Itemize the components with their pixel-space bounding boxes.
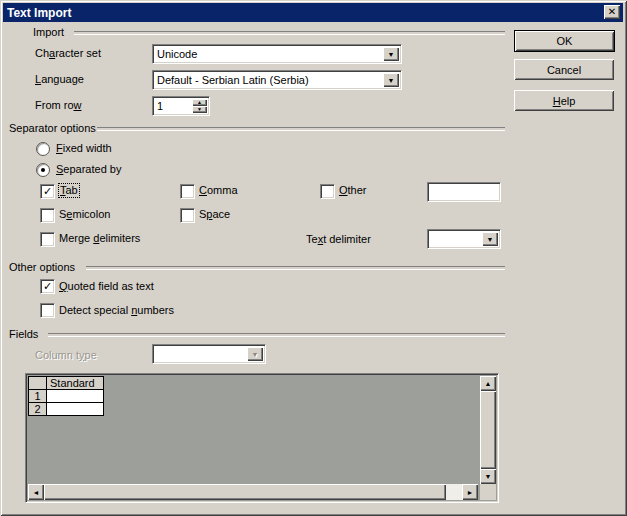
grid-cell[interactable] [46,389,104,403]
scroll-up-icon[interactable]: ▲ [480,376,496,391]
space-checkbox[interactable] [180,208,195,223]
other-label[interactable]: Other [339,184,367,197]
merge-delimiters-checkbox[interactable] [40,232,55,247]
chevron-down-icon[interactable]: ▼ [482,232,498,246]
fixed-width-label[interactable]: Fixed width [56,142,112,155]
scroll-left-icon[interactable]: ◄ [28,484,44,500]
tab-label[interactable]: Tab [59,184,79,197]
title-bar[interactable]: Text Import ✕ [3,3,623,22]
semicolon-label[interactable]: Semicolon [59,208,110,221]
other-checkbox[interactable] [320,184,335,199]
spin-up-icon[interactable]: ▲ [192,99,207,106]
from-row-value: 1 [157,100,163,112]
quoted-field-label[interactable]: Quoted field as text [59,280,154,293]
import-group-line [74,31,505,35]
column-type-label: Column type [35,349,97,362]
tab-checkbox[interactable]: ✓ [40,184,55,199]
other-options-group-label: Other options [9,261,75,274]
scroll-down-icon[interactable]: ▼ [480,469,496,484]
spin-down-icon[interactable]: ▼ [192,106,207,113]
charset-label: Character set [35,47,101,60]
charset-combobox[interactable]: Unicode ▼ [152,44,402,64]
from-row-stepper[interactable]: 1 ▲ ▼ [152,96,210,116]
column-type-combobox: ▼ [152,344,266,364]
vertical-scrollbar-thumb[interactable] [480,391,496,469]
cancel-button[interactable]: Cancel [514,59,614,80]
other-options-group-line [86,266,505,270]
window-title: Text Import [3,6,71,20]
comma-checkbox[interactable] [180,184,195,199]
semicolon-checkbox[interactable] [40,208,55,223]
help-button[interactable]: Help [514,90,614,111]
import-group-label: Import [33,26,64,39]
fields-group-line [48,333,505,337]
chevron-down-icon[interactable]: ▼ [383,73,399,87]
vertical-scrollbar[interactable]: ▲ ▼ [480,376,496,484]
quoted-field-checkbox[interactable]: ✓ [40,279,55,294]
separated-by-label[interactable]: Separated by [56,163,121,176]
other-separator-input[interactable] [427,182,501,202]
grid-row-number: 2 [28,402,47,416]
fields-group-label: Fields [9,328,38,341]
from-row-label: From row [35,99,81,112]
radio-dot-icon [41,168,45,172]
horizontal-scrollbar[interactable]: ◄ ► [28,484,478,500]
language-value: Default - Serbian Latin (Serbia) [157,74,309,86]
detect-numbers-label[interactable]: Detect special numbers [59,304,174,317]
grid-corner-cell [28,376,47,390]
preview-grid[interactable]: Standard 1 2 ▲ ▼ ◄ ► [25,373,499,503]
separated-by-radio[interactable] [36,163,50,177]
comma-label[interactable]: Comma [199,184,238,197]
language-label: Language [35,73,84,86]
merge-delimiters-label[interactable]: Merge delimiters [59,232,140,245]
separator-group-label: Separator options [9,122,96,135]
text-delimiter-combobox[interactable]: ▼ [427,229,501,249]
chevron-down-icon[interactable]: ▼ [383,47,399,61]
separator-group-line [97,127,505,131]
detect-numbers-checkbox[interactable] [40,303,55,318]
scroll-right-icon[interactable]: ► [462,484,478,500]
grid-row-number: 1 [28,389,47,403]
scrollbar-corner [480,484,496,500]
fixed-width-radio[interactable] [36,142,50,156]
text-import-dialog: Text Import ✕ Import Character set Unico… [0,0,627,516]
language-combobox[interactable]: Default - Serbian Latin (Serbia) ▼ [152,70,402,90]
ok-button[interactable]: OK [515,31,614,51]
space-label[interactable]: Space [199,208,230,221]
grid-column-header[interactable]: Standard [46,376,104,390]
charset-value: Unicode [157,48,197,60]
horizontal-scrollbar-thumb[interactable] [44,484,446,500]
grid-cell[interactable] [46,402,104,416]
chevron-down-icon: ▼ [247,347,263,361]
text-delimiter-label: Text delimiter [306,233,371,246]
close-icon[interactable]: ✕ [604,5,620,19]
